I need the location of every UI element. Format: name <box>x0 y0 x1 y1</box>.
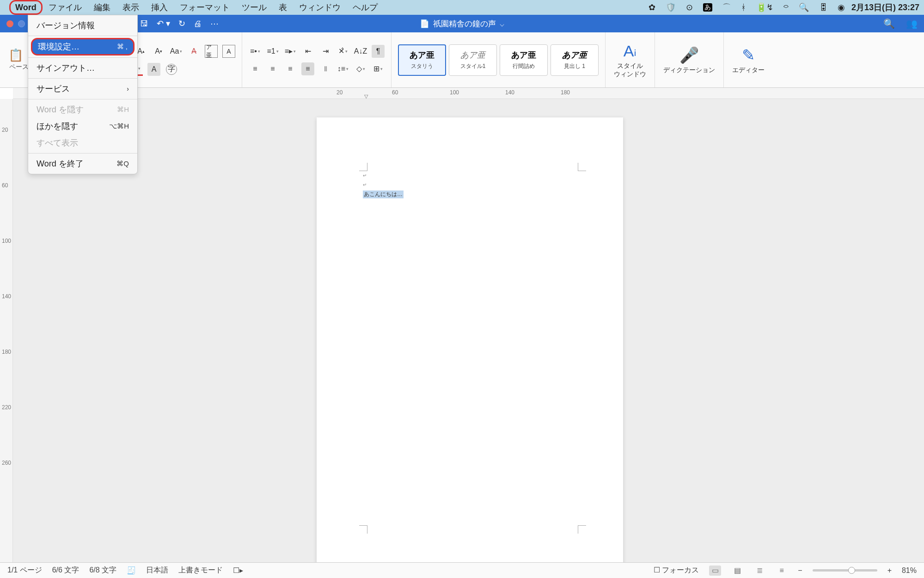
dd-about[interactable]: バージョン情報 <box>28 17 137 34</box>
menubar-insert[interactable]: 挿入 <box>145 0 174 15</box>
outdent-icon[interactable]: ⇤ <box>301 45 314 58</box>
app-icon-2[interactable]: 🛡️ <box>666 2 676 12</box>
status-overwrite[interactable]: 上書きモード <box>178 566 223 575</box>
ruler-horizontal[interactable]: 20 60 100 140 180 ▽ <box>13 88 924 99</box>
qat-print-icon[interactable]: 🖨 <box>194 19 202 29</box>
distribute-icon[interactable]: ⫴ <box>319 62 332 75</box>
window-min[interactable] <box>18 20 25 27</box>
playback-icon[interactable]: ⊙ <box>686 2 693 12</box>
control-center-icon[interactable]: 🎛 <box>819 3 827 12</box>
dd-signout[interactable]: サインアウト… <box>28 60 137 76</box>
view-print-icon[interactable]: ▭ <box>709 566 721 576</box>
status-focus[interactable]: ☐ フォーカス <box>654 566 699 575</box>
bluetooth-icon[interactable]: ᚼ <box>741 3 746 12</box>
styles-pane-button[interactable]: Aᵢ スタイル ウィンドウ <box>606 32 655 87</box>
document-title[interactable]: 📄 祇園精舎の鐘の声 ⌵ <box>420 18 504 29</box>
dd-preferences[interactable]: 環境設定…⌘ , <box>31 38 135 55</box>
menubar-table[interactable]: 表 <box>273 0 293 15</box>
status-spellcheck-icon[interactable]: 🧾 <box>127 566 136 575</box>
view-outline-icon[interactable]: ≣ <box>753 566 765 576</box>
bullets-icon[interactable]: ≡• <box>249 45 262 58</box>
borders-icon[interactable]: ⊞ <box>372 62 385 75</box>
asian-layout-icon[interactable]: ✕̂ <box>337 45 349 58</box>
qat-more-icon[interactable]: ⋯ <box>210 18 219 29</box>
status-page[interactable]: 1/1 ページ <box>7 566 42 575</box>
char-border-icon[interactable]: A <box>222 45 235 58</box>
qat-redo-icon[interactable]: ↻ <box>178 18 185 29</box>
zoom-in-icon[interactable]: + <box>887 566 892 575</box>
dd-quit[interactable]: Word を終了⌘Q <box>28 155 137 172</box>
numbering-icon[interactable]: ≡1 <box>266 45 279 58</box>
ruler-vertical[interactable]: 20 60 100 140 180 220 260 <box>0 99 13 562</box>
airdrop-icon[interactable]: ⌒ <box>722 2 731 13</box>
menubar-format[interactable]: フォーマット <box>174 0 236 15</box>
menubar-word[interactable]: Word <box>9 0 43 15</box>
qat-save-icon[interactable]: 🖫 <box>140 19 148 29</box>
qat-undo-icon[interactable]: ↶ ▾ <box>157 18 170 29</box>
shading-icon[interactable]: ◇ <box>354 62 367 75</box>
word-app-menu-dropdown: バージョン情報 環境設定…⌘ , サインアウト… サービス› Word を隠す⌘… <box>28 15 138 174</box>
line-spacing-icon[interactable]: ↕≡ <box>337 62 349 75</box>
status-language[interactable]: 日本語 <box>146 566 168 575</box>
dd-hide-word: Word を隠す⌘H <box>28 101 137 118</box>
status-words-2[interactable]: 6/8 文字 <box>89 566 116 575</box>
spotlight-icon[interactable]: 🔍 <box>799 2 809 12</box>
dd-hide-others[interactable]: ほかを隠す⌥⌘H <box>28 118 137 135</box>
share-icon[interactable]: 👥 <box>906 18 918 29</box>
selected-text[interactable]: あこんにちは… <box>363 191 404 198</box>
battery-icon[interactable]: 🔋↯ <box>756 2 773 12</box>
multilevel-icon[interactable]: ≡▸ <box>284 45 297 58</box>
styles-pane-icon: Aᵢ <box>624 42 637 60</box>
clear-format-icon[interactable]: A̶ <box>187 45 200 58</box>
paste-label: ペース <box>9 63 29 71</box>
menubar-edit[interactable]: 編集 <box>88 0 116 15</box>
menubar-view[interactable]: 表示 <box>116 0 145 15</box>
align-left-icon[interactable]: ≡ <box>249 62 262 75</box>
align-justify-icon[interactable]: ≡ <box>301 62 314 75</box>
dictation-button[interactable]: 🎤 ディクテーション <box>655 32 724 87</box>
align-center-icon[interactable]: ≡ <box>266 62 279 75</box>
indent-icon[interactable]: ⇥ <box>319 45 332 58</box>
margin-corner-br <box>578 525 586 534</box>
show-marks-icon[interactable]: ¶ <box>372 45 385 58</box>
app-icon-1[interactable]: ✿ <box>649 2 655 12</box>
search-icon[interactable]: 🔍 <box>883 18 895 29</box>
menubar-help[interactable]: ヘルプ <box>347 0 384 15</box>
change-case-icon[interactable]: Aa <box>170 45 183 58</box>
ime-icon[interactable]: あ <box>703 3 712 12</box>
macos-menubar: Word ファイル 編集 表示 挿入 フォーマット ツール 表 ウィンドウ ヘル… <box>0 0 924 15</box>
chevron-down-icon[interactable]: ⌵ <box>500 19 504 29</box>
zoom-level[interactable]: 81% <box>902 566 917 575</box>
styles-gallery: あア亜 スタリう あア亜 スタイル1 あア亜 行間詰め あア亜 見出し 1 <box>392 32 606 87</box>
editor-button[interactable]: ✎ エディター <box>724 32 773 87</box>
dd-show-all: すべて表示 <box>28 135 137 151</box>
wifi-icon[interactable]: ⌔ <box>783 3 789 12</box>
style-heading1[interactable]: あア亜 見出し 1 <box>551 44 599 76</box>
char-shading-icon[interactable]: A <box>147 63 160 76</box>
menubar-window[interactable]: ウィンドウ <box>293 0 347 15</box>
page-1[interactable]: ↵ ↵ あこんにちは… <box>317 117 623 562</box>
style-no-spacing[interactable]: あア亜 行間詰め <box>500 44 548 76</box>
view-draft-icon[interactable]: ≡ <box>776 566 788 576</box>
paragraph-mark-2: ↵ <box>363 182 367 187</box>
menubar-tools[interactable]: ツール <box>236 0 273 15</box>
status-words-1[interactable]: 6/6 文字 <box>52 566 80 575</box>
document-canvas[interactable]: ↵ ↵ あこんにちは… <box>13 99 924 562</box>
menubar-datetime[interactable]: 2月13日(日) 23:27 <box>851 2 919 13</box>
zoom-out-icon[interactable]: − <box>798 566 802 575</box>
window-close[interactable] <box>6 20 13 27</box>
decrease-font-icon[interactable]: A▾ <box>152 45 165 58</box>
status-macro-icon[interactable]: ☐▸ <box>233 566 243 575</box>
phonetic-icon[interactable]: ア亜 <box>205 45 218 58</box>
paste-icon[interactable]: 📋 <box>9 49 22 62</box>
enclosed-char-icon[interactable]: 字 <box>165 63 178 76</box>
style-normal[interactable]: あア亜 スタリう <box>398 44 446 76</box>
sort-icon[interactable]: A↓Z <box>354 45 367 58</box>
align-right-icon[interactable]: ≡ <box>284 62 297 75</box>
siri-icon[interactable]: ◉ <box>838 2 845 12</box>
style-1[interactable]: あア亜 スタイル1 <box>449 44 497 76</box>
zoom-slider[interactable] <box>813 569 877 572</box>
menubar-file[interactable]: ファイル <box>43 0 88 15</box>
view-web-icon[interactable]: ▤ <box>731 566 743 576</box>
dd-services[interactable]: サービス› <box>28 80 137 97</box>
